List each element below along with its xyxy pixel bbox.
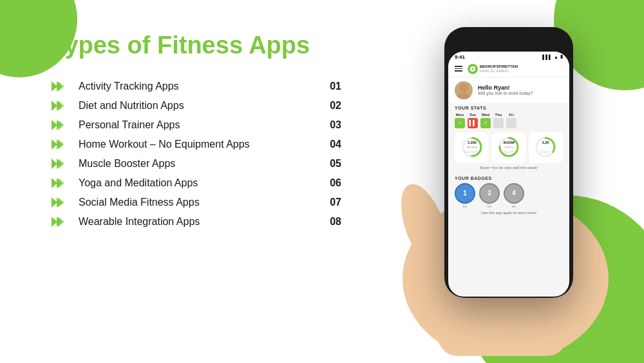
hamburger-icon[interactable] bbox=[455, 66, 462, 72]
welcome-section: Hello Ryan! Will you ride to work today? bbox=[448, 77, 569, 103]
play-double-arrow bbox=[52, 157, 70, 170]
arrow-icon-8 bbox=[52, 215, 70, 228]
status-time: 9:41 bbox=[455, 54, 465, 60]
item-number-8: 08 bbox=[322, 216, 341, 228]
svg-text:Goal: 20h: Goal: 20h bbox=[504, 151, 513, 153]
svg-text:3,200: 3,200 bbox=[468, 141, 477, 144]
list-item-2: Diet and Nutrition Apps02 bbox=[52, 99, 341, 112]
day-check-mon: ✓ bbox=[455, 118, 465, 128]
day-check-fri bbox=[506, 118, 516, 128]
svg-point-35 bbox=[459, 83, 468, 92]
svg-marker-2 bbox=[59, 81, 64, 92]
svg-point-36 bbox=[457, 93, 471, 99]
item-number-6: 06 bbox=[322, 177, 341, 189]
play-double-arrow bbox=[52, 138, 70, 151]
svg-marker-12 bbox=[52, 159, 57, 169]
arrow-icon-7 bbox=[52, 196, 70, 209]
page-title: Types of Fitness Apps bbox=[52, 32, 341, 59]
svg-text:3H10M: 3H10M bbox=[503, 141, 515, 144]
arrow-icon-1 bbox=[52, 80, 70, 93]
svg-text:Goal: 10,000m: Goal: 10,000m bbox=[464, 151, 479, 153]
arrow-icon-6 bbox=[52, 177, 70, 190]
right-panel: 9:41 ▌▌▌ ▲ ▮ bbox=[374, 0, 644, 363]
badges-section: YOUR BADGES 1 km 2 km 4 bbox=[448, 173, 569, 219]
day-check-thu bbox=[493, 118, 504, 128]
play-double-arrow bbox=[52, 119, 70, 132]
stat-card-steps: 3H10M STEPS Goal: 20h bbox=[491, 132, 526, 163]
badges-label: YOUR BADGES bbox=[455, 176, 563, 181]
svg-marker-18 bbox=[52, 197, 57, 208]
phone-screen: 9:41 ▌▌▌ ▲ ▮ bbox=[448, 52, 569, 297]
list-item-8: Wearable Integration Apps08 bbox=[52, 215, 341, 228]
svg-text:STEPS: STEPS bbox=[504, 146, 513, 149]
app-name: BEDRIJFSFIRETTEN bbox=[480, 64, 518, 69]
svg-marker-20 bbox=[59, 197, 64, 208]
user-avatar bbox=[455, 81, 473, 99]
left-panel: Types of Fitness Apps Activity Tracking … bbox=[0, 0, 374, 363]
svg-text:3,20: 3,20 bbox=[542, 141, 549, 144]
phone-hand-container: 9:41 ▌▌▌ ▲ ▮ bbox=[386, 21, 631, 356]
svg-marker-8 bbox=[59, 120, 64, 130]
list-item-6: Yoga and Meditation Apps06 bbox=[52, 177, 341, 190]
svg-marker-14 bbox=[59, 159, 64, 169]
app-tagline: HAAL EL ERIER bbox=[480, 69, 518, 74]
svg-text:METERS: METERS bbox=[466, 146, 477, 149]
day-wed: Wed ✓ bbox=[480, 113, 491, 128]
content-wrapper: Types of Fitness Apps Activity Tracking … bbox=[0, 0, 644, 363]
svg-text:Goal: 10: Goal: 10 bbox=[542, 151, 550, 153]
greeting: Hello Ryan! bbox=[478, 84, 533, 91]
phone-notch bbox=[486, 35, 531, 49]
status-bar: 9:41 ▌▌▌ ▲ ▮ bbox=[448, 52, 569, 61]
app-header: BEDRIJFSFIRETTEN HAAL EL ERIER bbox=[448, 61, 569, 77]
days-row: Mon ✓ Tue ▌▌ Wed ✓ bbox=[455, 113, 563, 128]
list-item-7: Social Media Fitness Apps07 bbox=[52, 196, 341, 209]
badge-3: 4 km bbox=[504, 183, 524, 208]
phone-mockup: 9:41 ▌▌▌ ▲ ▮ bbox=[444, 27, 573, 298]
svg-marker-0 bbox=[52, 81, 57, 92]
svg-marker-21 bbox=[52, 217, 57, 227]
svg-rect-30 bbox=[438, 304, 567, 356]
item-text-8: Wearable Integration Apps bbox=[79, 216, 313, 228]
play-double-arrow bbox=[52, 177, 70, 190]
stats-label: YOUR STATS bbox=[455, 106, 563, 110]
item-number-4: 04 bbox=[322, 139, 341, 150]
signal-icon: ▌▌▌ bbox=[542, 55, 552, 59]
day-fri: Fri bbox=[506, 113, 516, 128]
play-double-arrow bbox=[52, 80, 70, 93]
list-item-3: Personal Trainer Apps03 bbox=[52, 119, 341, 132]
item-text-4: Home Workout – No Equipment Apps bbox=[79, 139, 313, 150]
day-check-tue: ▌▌ bbox=[468, 118, 478, 128]
day-mon: Mon ✓ bbox=[455, 113, 465, 128]
item-number-7: 07 bbox=[322, 197, 341, 208]
greeting-subtitle: Will you ride to work today? bbox=[478, 91, 533, 95]
item-text-1: Activity Tracking Apps bbox=[79, 81, 313, 92]
svg-marker-17 bbox=[59, 178, 64, 188]
item-number-3: 03 bbox=[322, 119, 341, 131]
play-double-arrow bbox=[52, 215, 70, 228]
svg-marker-6 bbox=[52, 120, 57, 130]
arrow-icon-5 bbox=[52, 157, 70, 170]
app-logo: BEDRIJFSFIRETTEN HAAL EL ERIER bbox=[468, 64, 518, 74]
item-number-2: 02 bbox=[322, 100, 341, 112]
stats-section: YOUR STATS Mon ✓ Tue ▌▌ bbox=[448, 103, 569, 173]
list-item-4: Home Workout – No Equipment Apps04 bbox=[52, 138, 341, 151]
welcome-text: Hello Ryan! Will you ride to work today? bbox=[478, 84, 533, 95]
earn-more-text: Use the app again to earn more! bbox=[455, 211, 563, 215]
stat-ring-1: 3,200 METERS Goal: 10,000m bbox=[460, 135, 484, 159]
item-text-5: Muscle Booster Apps bbox=[79, 158, 313, 170]
list-item-1: Activity Tracking Apps01 bbox=[52, 80, 341, 93]
item-number-1: 01 bbox=[322, 81, 341, 92]
svg-marker-15 bbox=[52, 178, 57, 188]
item-text-2: Diet and Nutrition Apps bbox=[79, 100, 313, 112]
svg-marker-9 bbox=[52, 139, 57, 150]
arrow-icon-2 bbox=[52, 99, 70, 112]
play-double-arrow bbox=[52, 196, 70, 209]
svg-marker-5 bbox=[59, 101, 64, 111]
day-thu: Thu bbox=[493, 113, 504, 128]
wifi-icon: ▲ bbox=[554, 55, 558, 59]
stat-card-third: 3,20 Goal: 10 bbox=[529, 132, 563, 163]
day-check-wed: ✓ bbox=[480, 118, 491, 128]
arrow-icon-3 bbox=[52, 119, 70, 132]
stats-cards: 3,200 METERS Goal: 10,000m bbox=[455, 132, 563, 163]
list-item-5: Muscle Booster Apps05 bbox=[52, 157, 341, 170]
